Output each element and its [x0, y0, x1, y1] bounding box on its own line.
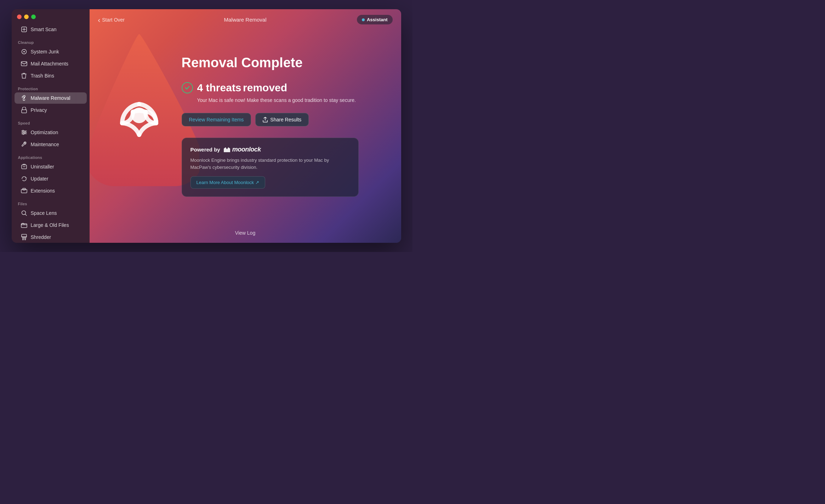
sidebar-item-large-old-files[interactable]: Large & Old Files: [15, 219, 87, 231]
svg-line-17: [25, 214, 27, 216]
svg-point-16: [22, 211, 25, 215]
svg-point-11: [23, 133, 24, 134]
check-circle-icon: [182, 82, 193, 93]
sidebar-item-updater[interactable]: Updater: [15, 173, 87, 184]
sidebar-label-mail-attachments: Mail Attachments: [31, 61, 69, 67]
uninstaller-icon: [21, 164, 27, 170]
traffic-lights: [17, 15, 36, 19]
threats-removed-label: removed: [243, 82, 287, 93]
chevron-left-icon: [98, 16, 101, 23]
sidebar-label-maintenance: Maintenance: [31, 142, 59, 147]
assistant-button[interactable]: Assistant: [357, 15, 393, 24]
svg-line-24: [25, 237, 26, 240]
sidebar-label-uninstaller: Uninstaller: [31, 164, 54, 170]
share-results-label: Share Results: [270, 117, 301, 122]
moonlock-learn-more-link[interactable]: Learn More About Moonlock ↗: [190, 176, 265, 189]
shredder-icon: [21, 234, 27, 240]
space-lens-icon: [21, 210, 27, 216]
system-junk-icon: [21, 48, 27, 55]
mail-icon: [21, 61, 27, 67]
action-buttons: Review Remaining Items Share Results: [182, 113, 380, 126]
sidebar-item-extensions[interactable]: Extensions: [15, 185, 87, 196]
sidebar-item-system-junk[interactable]: System Junk: [15, 46, 87, 57]
assistant-dot-icon: [362, 18, 365, 21]
content-area: Removal Complete 4 threats removed Your …: [167, 9, 401, 243]
updater-icon: [21, 176, 27, 182]
app-window: Smart Scan Cleanup System Junk Mail Atta…: [12, 9, 401, 243]
sidebar-label-trash-bins: Trash Bins: [31, 73, 54, 79]
biohazard-icon: [21, 95, 27, 101]
trash-icon: [21, 73, 27, 79]
sidebar-item-malware-removal[interactable]: Malware Removal: [15, 92, 87, 104]
section-label-applications: Applications: [12, 152, 90, 161]
moonlock-description: Moonlock Engine brings industry standard…: [190, 157, 350, 171]
sidebar-label-optimization: Optimization: [31, 130, 58, 135]
sidebar-label-malware-removal: Malware Removal: [31, 95, 70, 101]
close-button[interactable]: [17, 15, 22, 19]
extensions-icon: [21, 188, 27, 194]
main-content: Start Over Malware Removal Assistant: [90, 9, 401, 243]
optimization-icon: [21, 129, 27, 136]
threats-count: 4 threats: [197, 82, 241, 93]
sidebar-item-uninstaller[interactable]: Uninstaller: [15, 161, 87, 172]
section-label-speed: Speed: [12, 118, 90, 126]
svg-rect-5: [22, 110, 27, 113]
svg-point-10: [24, 132, 26, 133]
moonlock-card: Powered by moonlock Moonlock Engine brin…: [182, 138, 359, 197]
svg-point-2: [23, 51, 25, 52]
scan-icon: [21, 26, 27, 33]
review-remaining-button[interactable]: Review Remaining Items: [182, 113, 251, 126]
section-label-files: Files: [12, 198, 90, 207]
removal-title: Removal Complete: [182, 55, 380, 70]
sidebar-label-system-junk: System Junk: [31, 49, 59, 55]
sidebar-item-optimization[interactable]: Optimization: [15, 127, 87, 138]
sidebar-item-shredder[interactable]: Shredder: [15, 231, 87, 243]
maximize-button[interactable]: [31, 15, 36, 19]
sidebar-label-shredder: Shredder: [31, 234, 51, 240]
view-log-button[interactable]: View Log: [235, 230, 255, 236]
threats-count-text: 4 threats removed: [197, 82, 288, 94]
sidebar: Smart Scan Cleanup System Junk Mail Atta…: [12, 9, 90, 243]
large-old-files-icon: [21, 222, 27, 228]
header-title: Malware Removal: [224, 17, 266, 23]
sidebar-item-smart-scan[interactable]: Smart Scan: [15, 24, 87, 35]
powered-by-label: Powered by: [190, 147, 220, 153]
share-results-button[interactable]: Share Results: [255, 113, 309, 126]
back-label: Start Over: [102, 17, 125, 23]
back-button[interactable]: Start Over: [98, 16, 125, 23]
sidebar-label-privacy: Privacy: [31, 107, 47, 113]
svg-rect-19: [22, 234, 27, 237]
sidebar-label-updater: Updater: [31, 176, 49, 182]
threats-row: 4 threats removed: [182, 82, 380, 94]
sidebar-item-privacy[interactable]: Privacy: [15, 104, 87, 116]
moonlock-name: moonlock: [232, 146, 261, 153]
header: Start Over Malware Removal Assistant: [90, 9, 401, 30]
sidebar-label-smart-scan: Smart Scan: [31, 27, 57, 32]
sidebar-label-space-lens: Space Lens: [31, 210, 57, 216]
svg-point-9: [22, 130, 24, 132]
sidebar-item-mail-attachments[interactable]: Mail Attachments: [15, 58, 87, 69]
sidebar-label-large-old-files: Large & Old Files: [31, 222, 69, 228]
moonlock-header: Powered by moonlock: [190, 146, 350, 153]
sidebar-item-space-lens[interactable]: Space Lens: [15, 207, 87, 219]
privacy-icon: [21, 107, 27, 113]
svg-line-22: [23, 237, 24, 240]
moonlock-logo: moonlock: [223, 146, 261, 153]
maintenance-icon: [21, 141, 27, 148]
minimize-button[interactable]: [24, 15, 29, 19]
sidebar-label-extensions: Extensions: [31, 188, 55, 194]
sidebar-item-trash-bins[interactable]: Trash Bins: [15, 70, 87, 81]
assistant-label: Assistant: [367, 17, 388, 22]
section-label-cleanup: Cleanup: [12, 37, 90, 46]
sidebar-item-maintenance[interactable]: Maintenance: [15, 139, 87, 150]
section-label-protection: Protection: [12, 83, 90, 92]
svg-rect-3: [21, 62, 27, 66]
safe-message: Your Mac is safe now! Make these scans a…: [182, 97, 380, 103]
